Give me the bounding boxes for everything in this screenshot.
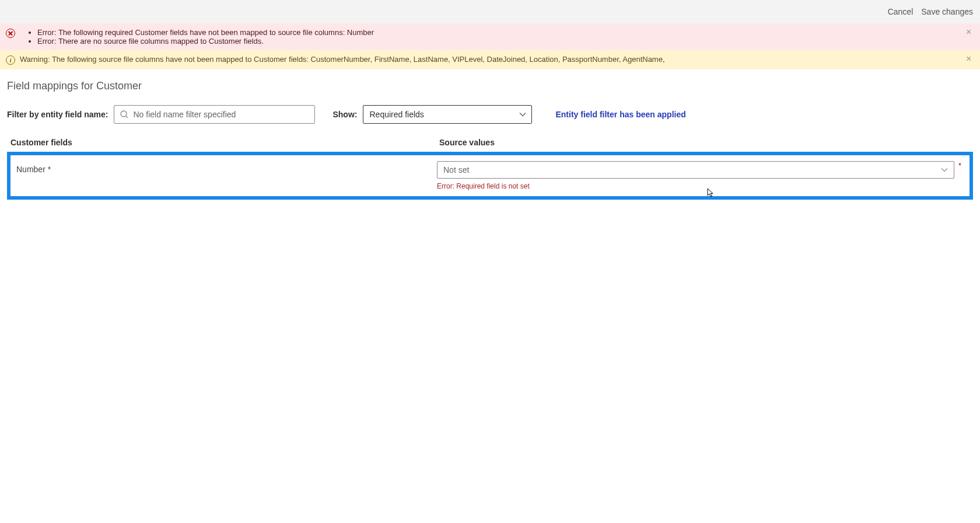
close-icon[interactable]: × bbox=[966, 55, 974, 63]
error-item: Error: There are no source file columns … bbox=[37, 37, 973, 46]
error-icon bbox=[6, 29, 15, 38]
field-error-text: Error: Required field is not set bbox=[437, 182, 964, 190]
top-action-bar: Cancel Save changes bbox=[0, 0, 980, 23]
search-icon bbox=[120, 110, 129, 119]
show-select-wrap: Required fields bbox=[363, 105, 532, 124]
error-item: Error: The following required Customer f… bbox=[37, 28, 973, 37]
info-icon bbox=[6, 55, 15, 65]
cancel-button[interactable]: Cancel bbox=[888, 7, 914, 16]
filter-row: Filter by entity field name: Show: Requi… bbox=[7, 105, 973, 124]
save-changes-button[interactable]: Save changes bbox=[921, 7, 973, 16]
field-row: Number * Not set * Error: Required field… bbox=[16, 161, 964, 190]
warning-alert-content: Warning: The following source file colum… bbox=[20, 55, 973, 64]
filter-label: Filter by entity field name: bbox=[7, 110, 108, 119]
svg-line-1 bbox=[126, 116, 128, 118]
svg-point-0 bbox=[121, 111, 127, 117]
column-header-fields: Customer fields bbox=[10, 138, 439, 147]
chevron-down-icon bbox=[519, 112, 526, 117]
page-title: Field mappings for Customer bbox=[7, 80, 973, 92]
table-header: Customer fields Source values bbox=[7, 138, 973, 152]
filter-applied-message: Entity field filter has been applied bbox=[555, 110, 685, 119]
close-icon[interactable]: × bbox=[966, 28, 974, 36]
source-value-text: Not set bbox=[443, 165, 469, 175]
field-name-label: Number * bbox=[16, 161, 437, 174]
error-alert-content: Error: The following required Customer f… bbox=[20, 28, 973, 46]
field-value-cell: Not set * Error: Required field is not s… bbox=[437, 161, 964, 190]
warning-alert: Warning: The following source file colum… bbox=[0, 50, 980, 69]
source-value-select[interactable]: Not set bbox=[437, 161, 954, 179]
show-select[interactable]: Required fields bbox=[363, 105, 532, 124]
column-header-source: Source values bbox=[439, 138, 970, 147]
search-input-wrap bbox=[114, 105, 315, 124]
filter-input[interactable] bbox=[114, 105, 315, 124]
chevron-down-icon bbox=[941, 168, 948, 172]
error-alert: Error: The following required Customer f… bbox=[0, 23, 980, 50]
show-label: Show: bbox=[332, 110, 357, 119]
field-row-highlighted: Number * Not set * Error: Required field… bbox=[7, 152, 973, 200]
required-asterisk: * bbox=[958, 161, 961, 170]
show-select-value: Required fields bbox=[369, 110, 424, 119]
